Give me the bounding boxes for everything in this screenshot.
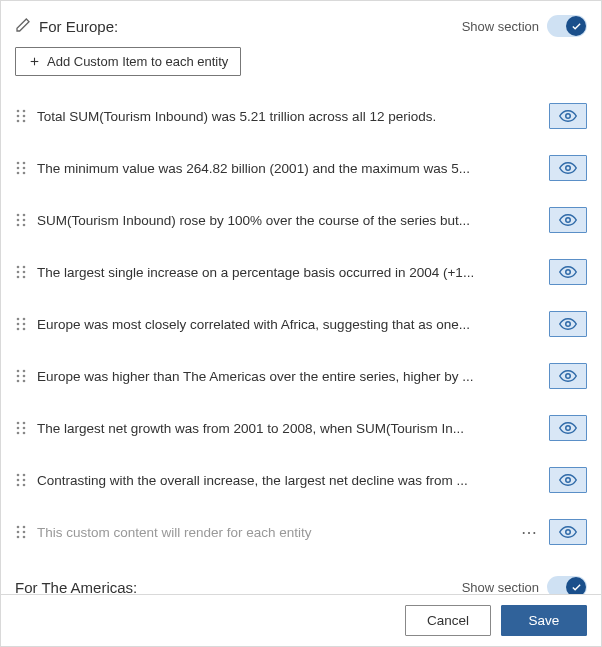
drag-handle-icon[interactable] xyxy=(15,109,27,123)
drag-handle-icon[interactable] xyxy=(15,525,27,539)
drag-handle-icon[interactable] xyxy=(15,213,27,227)
visibility-toggle-button[interactable] xyxy=(549,207,587,233)
svg-point-40 xyxy=(23,375,26,378)
svg-point-47 xyxy=(23,427,26,430)
svg-point-18 xyxy=(17,219,20,222)
drag-handle-icon[interactable] xyxy=(15,421,27,435)
custom-item-input[interactable]: This custom content will render for each… xyxy=(37,525,509,540)
visibility-toggle-button[interactable] xyxy=(549,155,587,181)
list-item: Europe was most closely correlated with … xyxy=(15,298,587,350)
svg-point-45 xyxy=(23,422,26,425)
list-item-custom: This custom content will render for each… xyxy=(15,506,587,558)
svg-point-53 xyxy=(17,479,20,482)
svg-point-17 xyxy=(23,214,26,217)
eye-icon xyxy=(559,211,577,229)
svg-point-4 xyxy=(17,115,20,118)
visibility-toggle-button[interactable] xyxy=(549,259,587,285)
drag-handle-icon[interactable] xyxy=(15,265,27,279)
footer: Cancel Save xyxy=(1,594,601,646)
svg-point-2 xyxy=(17,110,20,113)
eye-icon xyxy=(559,367,577,385)
save-button[interactable]: Save xyxy=(501,605,587,636)
svg-point-55 xyxy=(17,484,20,487)
drag-handle-icon[interactable] xyxy=(15,369,27,383)
svg-point-10 xyxy=(23,162,26,165)
list-item: SUM(Tourism Inbound) rose by 100% over t… xyxy=(15,194,587,246)
svg-point-63 xyxy=(23,536,26,539)
svg-point-28 xyxy=(23,276,26,279)
visibility-toggle-button[interactable] xyxy=(549,363,587,389)
svg-point-56 xyxy=(23,484,26,487)
svg-point-15 xyxy=(566,166,571,171)
svg-point-9 xyxy=(17,162,20,165)
list-item: The largest net growth was from 2001 to … xyxy=(15,402,587,454)
section-title: For Europe: xyxy=(39,18,118,35)
svg-point-57 xyxy=(566,478,571,483)
svg-point-6 xyxy=(17,120,20,123)
section-header-europe: For Europe: Show section xyxy=(15,15,587,37)
svg-point-48 xyxy=(17,432,20,435)
list-item: The largest single increase on a percent… xyxy=(15,246,587,298)
svg-point-58 xyxy=(17,526,20,529)
visibility-toggle-button[interactable] xyxy=(549,103,587,129)
svg-point-46 xyxy=(17,427,20,430)
svg-point-64 xyxy=(566,530,571,535)
svg-point-62 xyxy=(17,536,20,539)
svg-point-23 xyxy=(17,266,20,269)
list-item: Europe was higher than The Americas over… xyxy=(15,350,587,402)
svg-point-51 xyxy=(17,474,20,477)
svg-point-41 xyxy=(17,380,20,383)
eye-icon xyxy=(559,419,577,437)
svg-point-27 xyxy=(17,276,20,279)
eye-icon xyxy=(559,523,577,541)
svg-point-54 xyxy=(23,479,26,482)
drag-handle-icon[interactable] xyxy=(15,161,27,175)
visibility-toggle-button[interactable] xyxy=(549,415,587,441)
more-options-icon[interactable]: ⋯ xyxy=(519,523,539,542)
section-title: For The Americas: xyxy=(15,579,137,595)
drag-handle-icon[interactable] xyxy=(15,317,27,331)
svg-point-39 xyxy=(17,375,20,378)
svg-point-5 xyxy=(23,115,26,118)
item-text: The largest single increase on a percent… xyxy=(37,265,539,280)
item-text: SUM(Tourism Inbound) rose by 100% over t… xyxy=(37,213,539,228)
svg-point-42 xyxy=(23,380,26,383)
show-section-label: Show section xyxy=(462,580,539,595)
svg-point-50 xyxy=(566,426,571,431)
svg-point-60 xyxy=(17,531,20,534)
edit-icon[interactable] xyxy=(15,17,31,36)
svg-point-7 xyxy=(23,120,26,123)
svg-point-37 xyxy=(17,370,20,373)
svg-point-16 xyxy=(17,214,20,217)
item-text: The minimum value was 264.82 billion (20… xyxy=(37,161,539,176)
svg-point-31 xyxy=(23,318,26,321)
svg-point-34 xyxy=(17,328,20,331)
svg-point-8 xyxy=(566,114,571,119)
svg-point-19 xyxy=(23,219,26,222)
svg-point-61 xyxy=(23,531,26,534)
eye-icon xyxy=(559,471,577,489)
svg-point-36 xyxy=(566,322,571,327)
svg-point-33 xyxy=(23,323,26,326)
svg-point-25 xyxy=(17,271,20,274)
visibility-toggle-button[interactable] xyxy=(549,311,587,337)
visibility-toggle-button[interactable] xyxy=(549,519,587,545)
visibility-toggle-button[interactable] xyxy=(549,467,587,493)
add-custom-item-button[interactable]: Add Custom Item to each entity xyxy=(15,47,241,76)
eye-icon xyxy=(559,315,577,333)
show-section-toggle[interactable] xyxy=(547,576,587,594)
item-text: Europe was higher than The Americas over… xyxy=(37,369,539,384)
svg-point-11 xyxy=(17,167,20,170)
check-icon xyxy=(571,21,582,32)
show-section-label: Show section xyxy=(462,19,539,34)
cancel-button[interactable]: Cancel xyxy=(405,605,491,636)
svg-point-14 xyxy=(23,172,26,175)
show-section-toggle[interactable] xyxy=(547,15,587,37)
svg-point-35 xyxy=(23,328,26,331)
svg-point-12 xyxy=(23,167,26,170)
list-item: Total SUM(Tourism Inbound) was 5.21 tril… xyxy=(15,90,587,142)
svg-point-43 xyxy=(566,374,571,379)
item-text: Contrasting with the overall increase, t… xyxy=(37,473,539,488)
item-text: The largest net growth was from 2001 to … xyxy=(37,421,539,436)
drag-handle-icon[interactable] xyxy=(15,473,27,487)
